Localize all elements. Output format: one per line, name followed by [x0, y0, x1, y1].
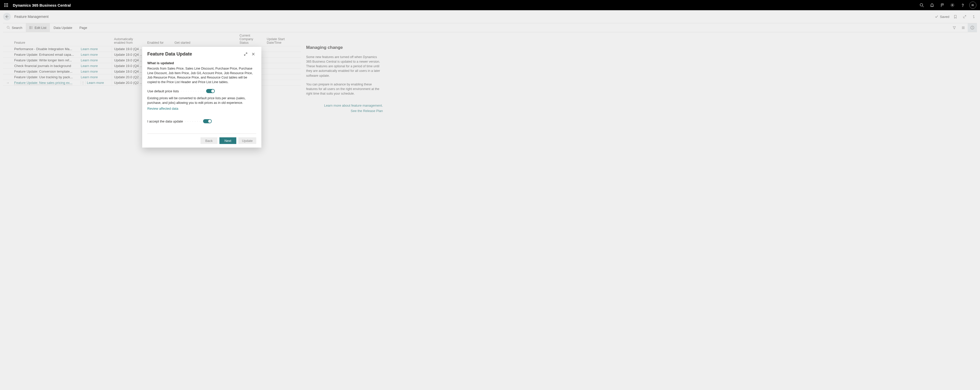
info-panel-icon[interactable] [968, 23, 977, 32]
svg-line-14 [9, 28, 10, 29]
svg-rect-8 [7, 6, 8, 7]
svg-rect-16 [30, 27, 30, 28]
saved-label: Saved [940, 15, 949, 19]
learn-more-link[interactable]: Learn more [81, 58, 98, 62]
edit-list-action[interactable]: Edit List [26, 23, 50, 32]
feature-link[interactable]: Feature Update: New sales pricing ex... [14, 81, 72, 85]
row-indicator [3, 69, 12, 75]
auto-enabled-cell: Update 20.0 (Q2 202 [112, 80, 145, 86]
feature-cell[interactable]: Feature Update: Conversion template... [12, 69, 78, 75]
auto-enabled-cell: Update 19.0 (Q4 202 [112, 46, 145, 52]
close-icon[interactable] [250, 51, 256, 57]
feature-cell[interactable]: Feature Update: Enhanced email capa... [12, 52, 78, 57]
collapse-icon[interactable] [970, 13, 977, 20]
dialog-section-heading: What is updated [147, 61, 256, 65]
row-indicator [3, 57, 12, 63]
page-title: Feature Management [14, 14, 49, 19]
col-date[interactable]: Update Start Date/Time [265, 32, 301, 46]
bookmark-icon[interactable] [952, 13, 959, 20]
factbox-paragraph: You can prepare in advance by enabling t… [306, 82, 383, 96]
edit-list-icon [29, 26, 33, 29]
svg-rect-3 [4, 5, 5, 6]
svg-rect-7 [6, 6, 6, 7]
feature-cell[interactable]: Check financial journals in background [12, 63, 78, 69]
row-indicator [3, 46, 12, 52]
auto-enabled-cell: Update 20.0 (Q2 202 [112, 75, 145, 80]
svg-point-11 [952, 5, 953, 6]
learn-more-link[interactable]: Learn more [81, 53, 98, 57]
factbox-title: Managing change [306, 45, 383, 50]
svg-rect-4 [6, 5, 6, 6]
svg-point-13 [7, 26, 9, 28]
page-action[interactable]: Page [76, 23, 91, 32]
auto-enabled-cell: Update 19.0 (Q4 202 [112, 63, 145, 69]
row-menu-icon[interactable]: ⋮ [81, 81, 86, 84]
help-icon[interactable] [958, 0, 968, 10]
col-enabled[interactable]: Enabled for [145, 32, 172, 46]
row-indicator [3, 75, 12, 80]
factbox-paragraph: Some new features are turned off when Dy… [306, 55, 383, 78]
action-bar: Search Edit List Data Update Page [3, 23, 977, 32]
checkmark-icon [935, 15, 938, 18]
row-indicator [3, 63, 12, 69]
dialog-section-body: Records from Sales Price, Sales Line Dis… [147, 67, 256, 84]
svg-point-9 [920, 3, 923, 6]
row-indicator: → [3, 80, 12, 86]
learn-more-link[interactable]: Learn more [81, 47, 98, 51]
header-actions: IK [916, 0, 978, 10]
feature-cell[interactable]: Performance - Disable Integration Ma... [12, 46, 78, 52]
search-action[interactable]: Search [3, 23, 26, 32]
factbox-panel: Managing change Some new features are tu… [306, 32, 383, 114]
app-launcher-icon[interactable] [2, 1, 10, 9]
notifications-icon[interactable] [927, 0, 937, 10]
settings-icon[interactable] [947, 0, 958, 10]
data-update-action[interactable]: Data Update [50, 23, 76, 32]
feature-cell[interactable]: Feature Update: New sales pricing ex... [12, 80, 78, 86]
factbox-link-release-plan[interactable]: See the Release Plan [306, 109, 383, 113]
learn-more-link[interactable]: Learn more [87, 81, 104, 84]
saved-indicator: Saved [935, 15, 949, 19]
row-indicator [3, 52, 12, 57]
feature-cell[interactable]: Feature Update: Use tracking by pack... [12, 75, 78, 80]
svg-rect-1 [6, 3, 6, 4]
search-icon[interactable] [916, 0, 927, 10]
svg-rect-15 [30, 26, 30, 27]
col-get[interactable]: Get started [172, 32, 237, 46]
auto-enabled-cell: Update 19.0 (Q4 202 [112, 69, 145, 75]
page-header: Feature Management Saved [0, 10, 980, 23]
toggle-label-default-price-lists: Use default price lists [147, 89, 179, 93]
feature-cell[interactable]: Feature Update: Write longer item ref... [12, 57, 78, 63]
svg-rect-2 [7, 3, 8, 4]
edit-list-label: Edit List [35, 26, 46, 30]
review-affected-data-link[interactable]: Review affected data [147, 107, 178, 110]
dialog-title: Feature Data Update [147, 51, 241, 57]
global-header: Dynamics 365 Business Central IK [0, 0, 980, 10]
factbox-link-learn-more[interactable]: Learn more about feature management. [306, 103, 383, 107]
learn-more-link[interactable]: Learn more [81, 70, 98, 73]
col-feature[interactable]: Feature [12, 32, 78, 46]
popout-icon[interactable] [961, 13, 968, 20]
expand-icon[interactable] [242, 51, 248, 57]
svg-rect-17 [30, 29, 30, 29]
learn-more-link[interactable]: Learn more [81, 64, 98, 68]
filter-icon[interactable] [950, 23, 959, 32]
list-view-icon[interactable] [959, 23, 968, 32]
col-status[interactable]: Current Company Status [238, 32, 265, 46]
svg-line-10 [923, 6, 923, 7]
flag-icon[interactable] [937, 0, 947, 10]
search-icon [6, 26, 10, 29]
page-label: Page [79, 26, 87, 30]
user-avatar[interactable]: IK [969, 2, 977, 9]
auto-enabled-cell: Update 19.0 (Q4 202 [112, 52, 145, 57]
learn-more-link[interactable]: Learn more [81, 75, 98, 79]
data-update-label: Data Update [53, 26, 72, 30]
feature-data-update-dialog: Feature Data Update What is updated Reco… [142, 47, 261, 114]
auto-enabled-cell: Update 19.0 (Q4 202 [112, 57, 145, 63]
toggle-description: Existing prices will be converted to def… [147, 96, 256, 105]
search-label: Search [12, 26, 22, 30]
svg-rect-5 [7, 5, 8, 6]
toggle-default-price-lists[interactable] [206, 89, 215, 93]
col-auto[interactable]: Automatically enabled from [112, 32, 145, 46]
svg-point-26 [972, 27, 973, 27]
back-button[interactable] [3, 13, 11, 21]
